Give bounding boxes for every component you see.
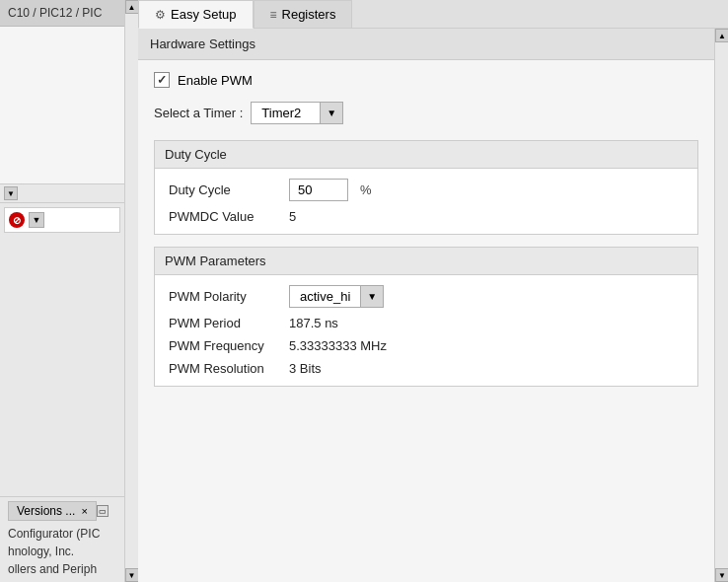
pwm-frequency-row: PWM Frequency 5.33333333 MHz <box>169 338 684 353</box>
checkbox-checkmark: ✓ <box>157 73 167 87</box>
sidebar-header: C10 / PIC12 / PIC <box>0 0 124 27</box>
tab-registers[interactable]: ≡ Registers <box>254 0 353 28</box>
main-inner: Hardware Settings ✓ Enable PWM Select a … <box>138 29 714 582</box>
pwm-parameters-title: PWM Parameters <box>155 248 697 275</box>
polarity-dropdown-arrow[interactable]: ▼ <box>361 286 383 307</box>
versions-panel: Versions ... × ▭ Configurator (PIC hnolo… <box>0 496 124 582</box>
versions-tab-row: Versions ... × ▭ <box>8 501 116 521</box>
polarity-dropdown[interactable]: active_hi ▼ <box>289 285 384 308</box>
scroll-track <box>715 42 728 568</box>
pwmdc-label: PWMDC Value <box>169 209 277 224</box>
pwm-polarity-label: PWM Polarity <box>169 289 277 304</box>
sidebar-panel: C10 / PIC12 / PIC ▼ ⊘ ▼ Versions ... × ▭… <box>0 0 138 582</box>
pwmdc-row: PWMDC Value 5 <box>169 209 684 224</box>
main-scrollable-area: Hardware Settings ✓ Enable PWM Select a … <box>138 29 728 582</box>
settings-body: ✓ Enable PWM Select a Timer : Timer2 ▼ D… <box>138 60 714 410</box>
registers-icon: ≡ <box>270 8 277 22</box>
main-content: ⚙ Easy Setup ≡ Registers Hardware Settin… <box>138 0 728 582</box>
left-scrollbar: ▲ ▼ <box>124 0 138 582</box>
versions-tab[interactable]: Versions ... × <box>8 501 97 521</box>
select-timer-row: Select a Timer : Timer2 ▼ <box>154 102 698 124</box>
pwm-parameters-content: PWM Polarity active_hi ▼ PWM Period 187.… <box>155 275 697 386</box>
timer-dropdown-arrow[interactable]: ▼ <box>321 103 342 123</box>
scroll-up-arrow[interactable]: ▲ <box>715 29 728 42</box>
enable-pwm-row: ✓ Enable PWM <box>154 72 698 88</box>
sidebar-scroll-down-arrow[interactable]: ▼ <box>4 186 18 200</box>
versions-text-3: ollers and Periph <box>8 560 116 578</box>
versions-text-2: hnology, Inc. <box>8 543 116 560</box>
red-circle-icon: ⊘ <box>9 212 25 228</box>
pwm-polarity-row: PWM Polarity active_hi ▼ <box>169 285 684 308</box>
pwm-resolution-value: 3 Bits <box>289 361 322 376</box>
tab-easy-setup[interactable]: ⚙ Easy Setup <box>138 0 254 29</box>
timer-dropdown-value: Timer2 <box>252 103 321 123</box>
left-scroll-up[interactable]: ▲ <box>125 0 139 14</box>
versions-text-1: Configurator (PIC <box>8 525 116 543</box>
pwm-frequency-value: 5.33333333 MHz <box>289 338 387 353</box>
scroll-down-arrow[interactable]: ▼ <box>715 568 728 582</box>
pwm-period-value: 187.5 ns <box>289 316 338 330</box>
pwm-frequency-label: PWM Frequency <box>169 338 277 353</box>
versions-restore-button[interactable]: ▭ <box>97 505 109 517</box>
pwm-period-label: PWM Period <box>169 316 277 330</box>
versions-close-icon[interactable]: × <box>81 505 87 517</box>
duty-cycle-content: Duty Cycle % PWMDC Value 5 <box>155 169 697 234</box>
versions-tab-label: Versions ... <box>17 504 75 518</box>
hardware-settings-header: Hardware Settings <box>138 29 714 60</box>
duty-cycle-title: Duty Cycle <box>155 141 697 169</box>
right-scrollbar: ▲ ▼ <box>714 29 728 582</box>
pwmdc-value: 5 <box>289 209 296 224</box>
duty-cycle-unit: % <box>360 182 372 197</box>
duty-cycle-label: Duty Cycle <box>169 182 277 197</box>
pwm-period-row: PWM Period 187.5 ns <box>169 316 684 330</box>
easy-setup-icon: ⚙ <box>155 8 166 22</box>
duty-cycle-input[interactable] <box>289 179 348 201</box>
left-scroll-down[interactable]: ▼ <box>125 568 139 582</box>
tab-easy-setup-label: Easy Setup <box>171 7 237 22</box>
timer-dropdown[interactable]: Timer2 ▼ <box>251 102 343 124</box>
pwm-parameters-section: PWM Parameters PWM Polarity active_hi ▼ <box>154 247 698 387</box>
tab-registers-label: Registers <box>282 7 336 22</box>
pwm-resolution-row: PWM Resolution 3 Bits <box>169 361 684 376</box>
enable-pwm-checkbox[interactable]: ✓ <box>154 72 170 88</box>
select-timer-label: Select a Timer : <box>154 106 243 120</box>
duty-cycle-row: Duty Cycle % <box>169 179 684 201</box>
enable-pwm-label: Enable PWM <box>178 73 253 88</box>
pwm-resolution-label: PWM Resolution <box>169 361 277 376</box>
tabs-bar: ⚙ Easy Setup ≡ Registers <box>138 0 728 29</box>
duty-cycle-section: Duty Cycle Duty Cycle % PWMDC Value 5 <box>154 140 698 235</box>
sidebar-scroll-area <box>0 27 124 184</box>
sidebar-main: C10 / PIC12 / PIC ▼ ⊘ ▼ Versions ... × ▭… <box>0 0 124 582</box>
polarity-dropdown-value: active_hi <box>290 286 361 307</box>
sidebar-icon-row: ⊘ ▼ <box>4 207 120 233</box>
sidebar-dropdown-arrow[interactable]: ▼ <box>29 212 44 228</box>
